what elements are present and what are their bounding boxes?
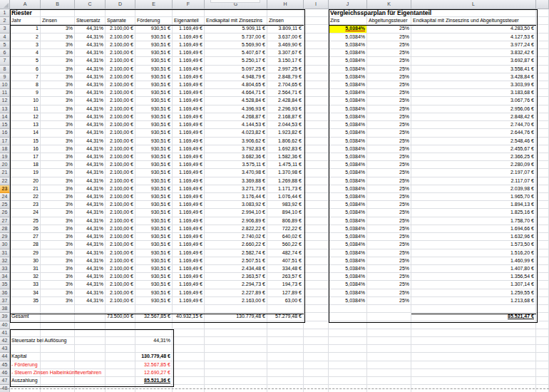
cell-empty[interactable] xyxy=(536,153,549,161)
cell-J3[interactable]: 5,0384% xyxy=(329,25,367,33)
cell-empty[interactable] xyxy=(367,385,411,392)
cell-empty[interactable] xyxy=(536,66,549,73)
cell-C15[interactable]: 44,31% xyxy=(75,121,106,129)
cell-L29[interactable]: 1.632,96 € xyxy=(411,233,536,241)
cell-B34[interactable]: 3% xyxy=(41,273,75,281)
left-header-3[interactable]: Steuersatz xyxy=(75,17,106,25)
cell-empty[interactable] xyxy=(536,57,549,65)
cell-C12[interactable]: 44,31% xyxy=(75,97,106,105)
cell-empty[interactable] xyxy=(536,353,549,361)
cell-G15[interactable]: 4.144,53 € xyxy=(205,121,267,129)
cell-A26[interactable]: 24 xyxy=(10,209,41,217)
cell-J31[interactable]: 5,0384% xyxy=(329,249,367,257)
cell-F11[interactable]: 1.169,49 € xyxy=(173,89,205,97)
summary-value-42[interactable]: 44,31% xyxy=(135,337,173,345)
cell-F23[interactable]: 1.169,49 € xyxy=(173,185,205,193)
cell-K30[interactable]: 25% xyxy=(367,241,411,249)
cell-K11[interactable]: 25% xyxy=(367,89,411,97)
cell-empty[interactable] xyxy=(304,169,329,177)
summary-label-44[interactable]: Kapital xyxy=(10,353,41,361)
cell-K12[interactable]: 25% xyxy=(367,97,411,105)
cell-empty[interactable] xyxy=(304,177,329,185)
cell-J25[interactable]: 5,0384% xyxy=(329,201,367,209)
cell-J36[interactable]: 5,0384% xyxy=(329,289,367,297)
cell-empty[interactable] xyxy=(367,369,411,377)
cell-G16[interactable]: 4.023,82 € xyxy=(205,129,267,137)
cell-empty[interactable] xyxy=(536,185,549,193)
cell-empty[interactable] xyxy=(267,369,304,377)
cell-A24[interactable]: 22 xyxy=(10,193,41,201)
cell-empty[interactable] xyxy=(536,41,549,49)
cell-C11[interactable]: 44,31% xyxy=(75,89,106,97)
cell-empty[interactable] xyxy=(75,313,106,321)
cell-D16[interactable]: 2.100,00 € xyxy=(106,129,135,137)
cell-empty[interactable] xyxy=(41,321,75,329)
cell-F6[interactable]: 1.169,49 € xyxy=(173,49,205,57)
cell-empty[interactable] xyxy=(411,321,536,329)
total-L39[interactable]: 85.521,47 € xyxy=(411,313,536,321)
cell-C4[interactable]: 44,31% xyxy=(75,33,106,41)
cell-G9[interactable]: 4.948,79 € xyxy=(205,73,267,81)
cell-K31[interactable]: 25% xyxy=(367,249,411,257)
summary-label-42[interactable]: Steuersatz bei Auflösung xyxy=(10,337,41,345)
cell-G4[interactable]: 5.737,00 € xyxy=(205,33,267,41)
cell-C30[interactable]: 44,31% xyxy=(75,241,106,249)
cell-empty[interactable] xyxy=(536,169,549,177)
row-header-35[interactable]: 35 xyxy=(0,281,10,289)
cell-empty[interactable] xyxy=(536,361,549,369)
cell-B33[interactable]: 3% xyxy=(41,265,75,273)
cell-K24[interactable]: 25% xyxy=(367,193,411,201)
cell-E25[interactable]: 930,51 € xyxy=(135,201,173,209)
cell-empty[interactable] xyxy=(536,49,549,57)
cell-K36[interactable]: 25% xyxy=(367,289,411,297)
cell-empty[interactable] xyxy=(329,345,367,353)
cell-empty[interactable] xyxy=(536,321,549,329)
row-header-31[interactable]: 31 xyxy=(0,249,10,257)
cell-J12[interactable]: 5,0384% xyxy=(329,97,367,105)
row-header-45[interactable]: 45 xyxy=(0,361,10,369)
cell-empty[interactable] xyxy=(536,9,549,17)
row-header-11[interactable]: 11 xyxy=(0,89,10,97)
cell-empty[interactable] xyxy=(536,209,549,217)
cell-L22[interactable]: 2.117,07 € xyxy=(411,177,536,185)
cell-F24[interactable]: 1.169,49 € xyxy=(173,193,205,201)
cell-B18[interactable]: 3% xyxy=(41,145,75,153)
cell-empty[interactable] xyxy=(205,369,267,377)
cell-L6[interactable]: 3.832,42 € xyxy=(411,49,536,57)
cell-B7[interactable]: 3% xyxy=(41,57,75,65)
cell-G17[interactable]: 3.906,62 € xyxy=(205,138,267,145)
row-header-18[interactable]: 18 xyxy=(0,145,10,153)
cell-K6[interactable]: 25% xyxy=(367,49,411,57)
cell-H20[interactable]: 1.475,11 € xyxy=(267,161,304,169)
cell-D20[interactable]: 2.100,00 € xyxy=(106,161,135,169)
cell-L4[interactable]: 4.127,53 € xyxy=(411,33,536,41)
cell-empty[interactable] xyxy=(536,241,549,249)
cell-B16[interactable]: 3% xyxy=(41,129,75,137)
cell-L14[interactable]: 2.848,42 € xyxy=(411,113,536,121)
cell-C32[interactable]: 44,31% xyxy=(75,257,106,265)
cell-D25[interactable]: 2.100,00 € xyxy=(106,201,135,209)
cell-empty[interactable] xyxy=(304,345,329,353)
cell-H29[interactable]: 640,02 € xyxy=(267,233,304,241)
cell-L5[interactable]: 3.977,24 € xyxy=(411,41,536,49)
cell-K13[interactable]: 25% xyxy=(367,105,411,113)
cell-empty[interactable] xyxy=(106,305,135,313)
row-header-6[interactable]: 6 xyxy=(0,49,10,57)
cell-G37[interactable]: 2.163,00 € xyxy=(205,297,267,305)
row-header-7[interactable]: 7 xyxy=(0,57,10,65)
cell-empty[interactable] xyxy=(536,225,549,233)
cell-empty[interactable] xyxy=(304,385,329,392)
cell-L7[interactable]: 3.692,87 € xyxy=(411,57,536,65)
total-H39[interactable]: 57.279,48 € xyxy=(267,313,304,321)
cell-empty[interactable] xyxy=(411,361,536,369)
cell-G23[interactable]: 3.271,73 € xyxy=(205,185,267,193)
cell-H25[interactable]: 983,92 € xyxy=(267,201,304,209)
cell-C19[interactable]: 44,31% xyxy=(75,153,106,161)
cell-H16[interactable]: 1.923,82 € xyxy=(267,129,304,137)
cell-A37[interactable]: 35 xyxy=(10,297,41,305)
cell-G8[interactable]: 5.097,25 € xyxy=(205,66,267,73)
cell-D11[interactable]: 2.100,00 € xyxy=(106,89,135,97)
cell-L26[interactable]: 1.825,16 € xyxy=(411,209,536,217)
cell-J6[interactable]: 5,0384% xyxy=(329,49,367,57)
cell-K19[interactable]: 25% xyxy=(367,153,411,161)
